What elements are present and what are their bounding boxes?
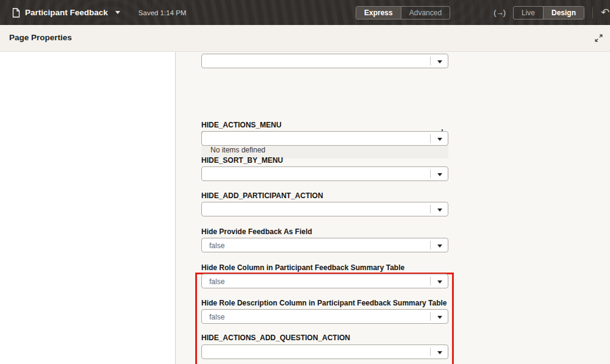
mode-switch: Express Advanced: [356, 6, 450, 20]
left-pane: [0, 52, 176, 364]
field-label: HIDE_ACTIONS_ADD_QUESTION_ACTION: [201, 334, 350, 342]
expand-diagonal-icon[interactable]: [594, 34, 603, 45]
chevron-down-icon: [437, 173, 442, 176]
select-separator: [430, 241, 431, 249]
top-bar: Participant Feedback Saved 1:14 PM Expre…: [0, 0, 610, 25]
field-label: Hide Role Description Column in Particip…: [201, 299, 447, 307]
mode-advanced-button[interactable]: Advanced: [401, 7, 450, 19]
select-separator: [430, 57, 431, 65]
view-switch: Live Design: [513, 6, 584, 20]
chevron-down-icon[interactable]: [115, 11, 120, 14]
select-separator: [430, 205, 431, 213]
field-label: Hide Role Column in Participant Feedback…: [201, 263, 404, 272]
document-icon: [12, 8, 20, 18]
hide-role-column-select[interactable]: false: [201, 274, 448, 288]
view-design-button[interactable]: Design: [543, 7, 584, 19]
hide-actions-menu-select[interactable]: [201, 131, 448, 146]
hide-sort-by-menu-select[interactable]: [201, 166, 448, 181]
chevron-down-icon: [437, 60, 442, 63]
code-view-icon[interactable]: (→): [493, 8, 505, 17]
properties-panel-body: taskCodes + No items defined HIDE_ACTION…: [0, 52, 610, 364]
topbar-right-cluster: (→) Live Design ↶: [493, 0, 610, 25]
page-title: Participant Feedback: [25, 8, 108, 17]
panel-title: Page Properties: [9, 33, 72, 42]
chevron-down-icon: [437, 316, 442, 319]
panel-header: Page Properties: [0, 25, 610, 52]
field-label: HIDE_SORT_BY_MENU: [201, 156, 283, 165]
mode-express-button[interactable]: Express: [356, 7, 401, 19]
page-switcher[interactable]: Participant Feedback Saved 1:14 PM: [12, 0, 186, 25]
saved-status: Saved 1:14 PM: [138, 9, 187, 16]
undo-icon[interactable]: ↶: [601, 6, 610, 19]
chevron-down-icon: [437, 280, 442, 284]
select-separator: [430, 277, 431, 285]
taskcodes-empty-text: No items defined: [210, 146, 265, 154]
select-separator: [430, 170, 431, 178]
chevron-down-icon: [437, 138, 442, 141]
hide-role-description-column-select[interactable]: false: [201, 309, 448, 324]
hide-provide-feedback-as-field-select[interactable]: false: [201, 238, 448, 252]
field-label: HIDE_ACTIONS_MENU: [201, 121, 281, 129]
hide-actions-add-question-action-select[interactable]: [201, 344, 448, 359]
field-label: HIDE_ADD_PARTICIPANT_ACTION: [201, 191, 323, 200]
hide-add-participant-action-select[interactable]: [201, 202, 448, 216]
chevron-down-icon: [437, 351, 442, 354]
select-separator: [430, 134, 431, 143]
chevron-down-icon: [437, 209, 442, 212]
field-value: false: [209, 313, 224, 321]
select-separator: [430, 348, 431, 356]
field-value: false: [209, 277, 224, 286]
select-separator: [430, 312, 431, 321]
view-live-button[interactable]: Live: [514, 7, 543, 19]
field-value: false: [209, 241, 224, 250]
topbar-divider: [592, 7, 593, 18]
chevron-down-icon: [437, 244, 442, 248]
top-field-select[interactable]: [201, 54, 448, 68]
field-label: Hide Provide Feedback As Field: [201, 227, 312, 236]
